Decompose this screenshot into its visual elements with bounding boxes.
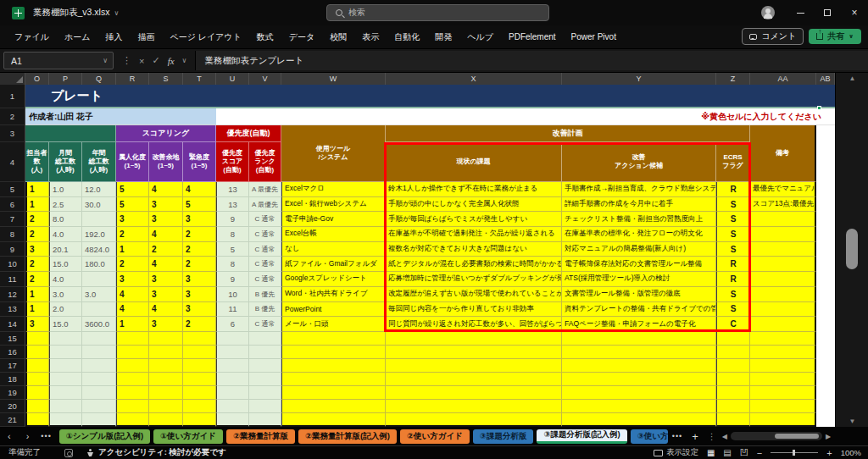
cell-p[interactable] <box>49 413 82 427</box>
ribbon-tab[interactable]: PDFelement <box>501 32 564 41</box>
ribbon-tab[interactable]: ヘルプ <box>459 31 501 43</box>
horizontal-scroll-track[interactable] <box>731 432 822 440</box>
insert-function-icon[interactable]: fx <box>168 56 175 66</box>
ribbon-tab[interactable]: 校閲 <box>322 31 354 43</box>
row-header[interactable]: 14 <box>0 317 25 332</box>
cell-w[interactable]: PowerPoint <box>281 302 386 318</box>
cell-aa[interactable] <box>750 242 816 257</box>
ribbon-tab[interactable]: 挿入 <box>97 31 130 43</box>
cell-w[interactable] <box>281 400 386 413</box>
cell-w[interactable] <box>281 386 386 400</box>
cell-r[interactable]: 4 <box>116 302 149 318</box>
cancel-entry-icon[interactable]: × <box>139 56 144 66</box>
cell-q[interactable]: 4824.0 <box>82 242 116 257</box>
cell-aa[interactable] <box>750 359 816 373</box>
cell-aa[interactable] <box>750 400 816 413</box>
cell-r[interactable] <box>116 386 149 400</box>
cell-x[interactable] <box>386 332 562 346</box>
cell-x[interactable]: 応募増加時に管理が追いつかずダブルブッキングが発生 <box>386 272 562 287</box>
column-header-priority-rank[interactable]: 優先度 ランク (自動) <box>249 142 281 182</box>
cell-ab[interactable] <box>816 272 835 287</box>
sheet-tab-orange[interactable]: ②業務量計算版 <box>226 429 295 444</box>
cell-t[interactable]: 3 <box>183 272 216 287</box>
cell-r[interactable]: 1 <box>116 242 149 257</box>
cell-z[interactable] <box>716 386 750 400</box>
cell-q[interactable] <box>82 413 116 427</box>
cell-v[interactable]: C 通常 <box>249 242 281 257</box>
column-header-tools[interactable]: 使用ツール /システム <box>281 125 386 182</box>
row-header[interactable]: 19 <box>0 386 25 400</box>
cell-p[interactable]: 3.0 <box>49 287 82 302</box>
name-box[interactable]: A1 ∨ <box>3 52 114 69</box>
cell-t[interactable]: 3 <box>183 287 216 302</box>
cell-y[interactable]: 手順書作成→副担当育成、クラウド勤怠システム検討 <box>562 182 716 197</box>
cell-z[interactable]: R <box>716 272 750 287</box>
cell-z[interactable]: S <box>716 287 750 302</box>
zoom-slider[interactable] <box>771 452 818 453</box>
cell-r[interactable] <box>116 400 149 413</box>
row-header[interactable]: 9 <box>0 242 25 257</box>
column-header-dependency[interactable]: 属人化度 (1~5) <box>116 142 149 182</box>
cell-x[interactable]: 紙とデジタルが混在し必要書類の検索に時間がかかる <box>386 257 562 272</box>
column-header-yearly-hours[interactable]: 年間 総工数 (人時) <box>82 142 116 182</box>
column-header-T[interactable]: T <box>183 73 216 85</box>
cell-y[interactable]: 文書管理ルール整備・版管理の徹底 <box>562 287 716 302</box>
column-header-staff-count[interactable]: 担当者数 (人) <box>25 142 49 182</box>
cell-y[interactable]: 資料テンプレートの整備・共有ドライブでの管理 <box>562 302 716 318</box>
cell-u[interactable] <box>216 413 249 427</box>
cell-v[interactable] <box>249 373 281 386</box>
group-header-workload[interactable] <box>25 125 116 142</box>
cell-y[interactable] <box>562 400 716 413</box>
add-sheet-icon[interactable]: + <box>687 430 704 443</box>
cell-v[interactable] <box>249 413 281 427</box>
cell-w[interactable] <box>281 346 386 359</box>
sheet-tab-blue[interactable]: ③使い方 <box>631 429 668 444</box>
cell-p[interactable]: 4.0 <box>49 227 82 242</box>
minimize-button[interactable] <box>787 0 814 25</box>
row-header[interactable]: 12 <box>0 287 25 302</box>
cell-ab[interactable] <box>816 332 835 346</box>
cell-ab[interactable] <box>816 346 835 359</box>
cell-v[interactable]: C 通常 <box>249 257 281 272</box>
group-header-priority[interactable]: 優先度(自動) <box>216 125 281 142</box>
cell-r[interactable] <box>116 413 149 427</box>
title-chevron-down-icon[interactable]: ∨ <box>114 9 119 17</box>
ribbon-tab[interactable]: データ <box>281 31 322 43</box>
column-header-R[interactable]: R <box>116 73 149 85</box>
column-header-X[interactable]: X <box>386 73 562 85</box>
cell-aa[interactable] <box>750 346 816 359</box>
cell-s[interactable] <box>149 413 183 427</box>
cell-y[interactable] <box>562 359 716 373</box>
cell-ab[interactable] <box>816 373 835 386</box>
cell-aa[interactable] <box>750 227 816 242</box>
cell-ab[interactable] <box>816 359 835 373</box>
cell-q[interactable]: 192.0 <box>82 227 116 242</box>
cell-aa[interactable] <box>750 317 816 332</box>
cell-w[interactable]: Word・社内共有ドライブ <box>281 287 386 302</box>
cell-p[interactable]: 1.0 <box>49 182 82 197</box>
cell-v[interactable] <box>249 332 281 346</box>
cell-t[interactable] <box>183 413 216 427</box>
cell-o[interactable]: 1 <box>25 182 49 197</box>
cell-v[interactable] <box>249 359 281 373</box>
cell-z[interactable]: S <box>716 212 750 227</box>
cell-q[interactable] <box>82 332 116 346</box>
cell-ab[interactable] <box>816 317 835 332</box>
cell-u[interactable]: 8 <box>216 257 249 272</box>
cell-ab[interactable] <box>816 197 835 213</box>
cell-ab[interactable] <box>816 212 835 227</box>
cell-x[interactable]: 複数名が対応できており大きな問題はない <box>386 242 562 257</box>
cell-q[interactable]: 180.0 <box>82 257 116 272</box>
ribbon-tab[interactable]: 表示 <box>354 31 387 43</box>
cell-v[interactable]: A 最優先 <box>249 197 281 213</box>
cell-s[interactable]: 2 <box>149 242 183 257</box>
row-header[interactable]: 15 <box>0 332 25 346</box>
cell-o[interactable]: 1 <box>25 302 49 318</box>
cell-y[interactable] <box>562 373 716 386</box>
cell-q[interactable]: 30.0 <box>82 197 116 213</box>
cell-y[interactable]: 在庫基準表の標準化・発注フローの明文化 <box>562 227 716 242</box>
cell-z[interactable]: C <box>716 317 750 332</box>
cell-x[interactable] <box>386 413 562 427</box>
selection-handle[interactable] <box>817 106 821 110</box>
column-header-notes[interactable]: 備考 <box>750 125 816 182</box>
